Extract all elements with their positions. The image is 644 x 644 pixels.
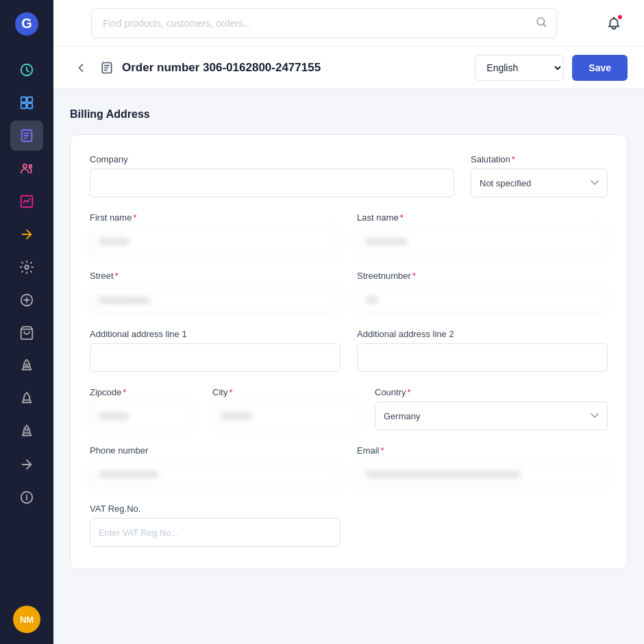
form-row-addr-lines: Additional address line 1 Additional add… <box>90 329 608 372</box>
svg-point-8 <box>23 164 27 169</box>
document-icon <box>100 61 114 75</box>
notifications-button[interactable] <box>600 10 628 37</box>
sidebar: G <box>0 0 53 644</box>
sidebar-item-marketing[interactable] <box>10 219 43 249</box>
svg-rect-3 <box>21 97 26 102</box>
form-row-names: First name* Last name* <box>90 212 608 256</box>
first-name-label: First name* <box>90 212 340 223</box>
form-row-vat: VAT Reg.No. <box>90 504 608 547</box>
billing-section-title: Billing Address <box>70 108 628 121</box>
city-input[interactable] <box>212 401 358 430</box>
first-name-input[interactable] <box>90 227 340 256</box>
country-group: Country* Germany Austria Switzerland Fra… <box>375 387 608 430</box>
svg-point-9 <box>29 165 32 168</box>
content-area: Billing Address Company Salutation* Not … <box>53 89 644 644</box>
streetnumber-label: Streetnumber* <box>357 271 608 281</box>
phone-group: Phone number <box>90 445 340 488</box>
salutation-select[interactable]: Not specified Mr. Mrs. Ms. Dr. <box>471 169 608 197</box>
zipcode-input[interactable] <box>90 401 196 430</box>
sidebar-item-rocket1[interactable] <box>10 351 43 381</box>
vat-group: VAT Reg.No. <box>90 504 340 547</box>
form-row-street: Street* Streetnumber* <box>90 271 608 314</box>
sidebar-item-dashboard[interactable] <box>10 55 43 85</box>
notification-badge <box>617 14 623 21</box>
sidebar-item-rocket2[interactable] <box>10 384 43 414</box>
sidebar-item-products[interactable] <box>10 88 43 118</box>
phone-input[interactable] <box>90 460 340 488</box>
last-name-label: Last name* <box>357 212 608 223</box>
addr-line1-group: Additional address line 1 <box>90 329 340 372</box>
email-group: Email* <box>357 445 608 488</box>
zipcode-label: Zipcode* <box>90 387 196 397</box>
language-select[interactable]: English German French Spanish <box>475 55 564 81</box>
street-input[interactable] <box>90 285 340 314</box>
form-row-location: Zipcode* City* Country* Germany <box>90 387 608 430</box>
sidebar-item-orders[interactable] <box>10 121 43 151</box>
last-name-input[interactable] <box>357 227 608 256</box>
email-input[interactable] <box>357 460 608 488</box>
sidebar-item-info[interactable] <box>10 482 43 512</box>
sidebar-logo[interactable]: G <box>0 0 53 48</box>
zipcode-group: Zipcode* <box>90 387 196 430</box>
back-button[interactable] <box>70 57 92 79</box>
sidebar-nav <box>0 48 53 595</box>
salutation-group: Salutation* Not specified Mr. Mrs. Ms. D… <box>471 154 608 197</box>
svg-point-11 <box>25 265 29 269</box>
country-label: Country* <box>375 387 608 397</box>
company-input[interactable] <box>90 169 454 197</box>
addr-line1-label: Additional address line 1 <box>90 329 340 339</box>
street-label: Street* <box>90 271 340 281</box>
sidebar-item-add[interactable] <box>10 285 43 315</box>
billing-form-card: Company Salutation* Not specified Mr. Mr… <box>70 134 628 569</box>
country-select[interactable]: Germany Austria Switzerland France Spain <box>375 401 608 430</box>
first-name-group: First name* <box>90 212 340 256</box>
addr-line2-group: Additional address line 2 <box>357 329 608 372</box>
topbar-right <box>600 10 628 37</box>
form-row-contact: Phone number Email* <box>90 445 608 488</box>
salutation-label: Salutation* <box>471 154 608 164</box>
search-input[interactable] <box>91 8 557 38</box>
main-content: Order number 306-0162800-2477155 English… <box>53 0 644 644</box>
addr-line2-label: Additional address line 2 <box>357 329 608 339</box>
company-label: Company <box>90 154 454 164</box>
sidebar-item-rocket4[interactable] <box>10 449 43 480</box>
svg-point-15 <box>25 428 28 431</box>
search-box <box>91 8 557 38</box>
streetnumber-input[interactable] <box>357 285 608 314</box>
email-label: Email* <box>357 445 608 456</box>
city-label: City* <box>212 387 358 397</box>
sidebar-item-rocket3[interactable] <box>10 417 43 447</box>
order-number-title: Order number 306-0162800-2477155 <box>122 61 467 75</box>
last-name-group: Last name* <box>357 212 608 256</box>
header-bar: Order number 306-0162800-2477155 English… <box>53 47 644 89</box>
svg-text:G: G <box>21 16 32 31</box>
save-button[interactable]: Save <box>572 55 628 81</box>
avatar[interactable]: NM <box>13 606 40 633</box>
vat-label: VAT Reg.No. <box>90 504 340 514</box>
addr-line1-input[interactable] <box>90 343 340 372</box>
form-row-company-salutation: Company Salutation* Not specified Mr. Mr… <box>90 154 608 197</box>
streetnumber-group: Streetnumber* <box>357 271 608 314</box>
vat-input[interactable] <box>90 518 340 547</box>
sidebar-item-customers[interactable] <box>10 153 43 184</box>
sidebar-item-settings[interactable] <box>10 252 43 282</box>
sidebar-item-reports[interactable] <box>10 186 43 216</box>
street-group: Street* <box>90 271 340 314</box>
sidebar-item-basket[interactable] <box>10 318 43 348</box>
addr-line2-input[interactable] <box>357 343 608 372</box>
city-group: City* <box>212 387 358 430</box>
phone-label: Phone number <box>90 445 340 456</box>
topbar <box>53 0 644 47</box>
svg-rect-5 <box>21 103 26 108</box>
svg-point-14 <box>25 364 28 367</box>
search-icon <box>535 16 547 31</box>
svg-rect-4 <box>27 97 32 102</box>
sidebar-bottom: NM <box>13 595 40 644</box>
svg-rect-6 <box>27 103 32 108</box>
company-group: Company <box>90 154 454 197</box>
